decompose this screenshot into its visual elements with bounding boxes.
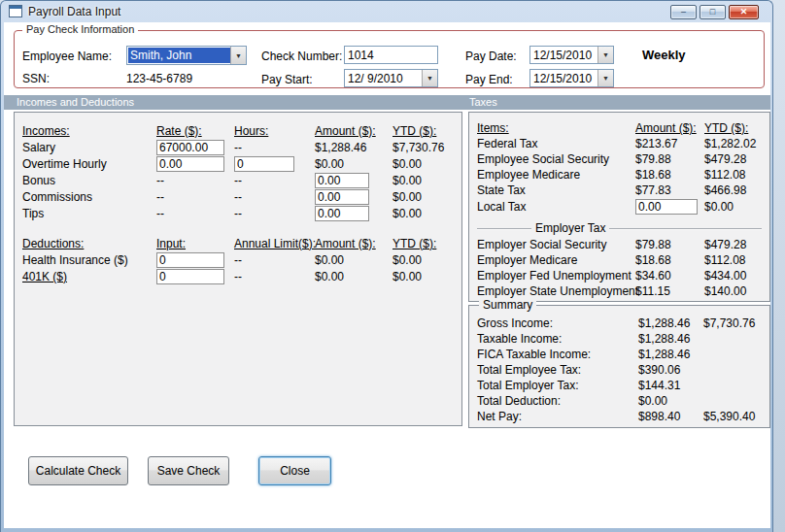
pay-date-datepicker[interactable]: 12/15/2010 ▼: [529, 46, 614, 64]
summary-row-fica: FICA Taxable Income: $1,288.46: [477, 347, 769, 362]
401k-label-link[interactable]: 401K ($): [22, 270, 156, 283]
employer-medicare-amount: $18.68: [635, 253, 704, 267]
commissions-amount-input[interactable]: [315, 189, 369, 205]
overtime-amount: $0.00: [315, 157, 392, 171]
tax-amount-col-header: Amount ($):: [635, 121, 704, 135]
net-pay-ytd: $5,390.40: [703, 410, 769, 423]
maximize-button[interactable]: □: [700, 5, 726, 19]
employee-name-value: Smith, John: [128, 48, 230, 63]
pay-end-dropdown-icon[interactable]: ▼: [597, 70, 613, 86]
pay-start-value: 12/ 9/2010: [345, 70, 422, 86]
401k-limit: --: [234, 270, 315, 283]
tax-ytd-col-header: YTD ($):: [704, 121, 769, 135]
pay-start-dropdown-icon[interactable]: ▼: [422, 70, 437, 86]
commissions-hours: --: [234, 190, 315, 204]
tax-row-employer-medicare: Employer Medicare $18.68 $112.08: [477, 252, 769, 268]
bonus-amount-input[interactable]: [315, 173, 369, 188]
employer-tax-divider: Employer Tax: [477, 220, 762, 235]
income-row-bonus: Bonus -- -- $0.00: [22, 172, 461, 188]
employer-state-unemployment-label: Employer State Unemployment: [477, 284, 635, 298]
employer-state-unemployment-ytd: $140.00: [704, 284, 769, 298]
pay-end-label: Pay End:: [465, 73, 513, 86]
state-tax-ytd: $466.98: [704, 183, 769, 197]
employee-name-combobox[interactable]: Smith, John ▼: [126, 46, 247, 65]
incomes-deductions-panel: Incomes: Rate ($): Hours: Amount ($): YT…: [14, 112, 462, 426]
deductions-col-header: Deductions:: [22, 237, 156, 250]
incomes-deductions-gap: [22, 221, 461, 235]
calculate-check-button[interactable]: Calculate Check: [28, 456, 128, 485]
health-insurance-amount: $0.00: [315, 253, 392, 267]
total-deduction-amount: $0.00: [638, 394, 703, 408]
summary-row-employee-tax: Total Employee Tax: $390.06: [477, 362, 769, 378]
pay-date-value: 12/15/2010: [530, 47, 597, 63]
total-deduction-label: Total Deduction:: [477, 394, 638, 408]
deduction-amount-col-header: Amount ($):: [315, 237, 392, 250]
tax-row-federal: Federal Tax $213.67 $1,282.02: [477, 136, 769, 151]
total-employer-tax-amount: $144.31: [638, 379, 703, 392]
summary-group-title: Summary: [479, 298, 536, 312]
deductions-header-row: Deductions: Input: Annual Limit($): Amou…: [22, 235, 461, 251]
tax-row-employer-state-unemployment: Employer State Unemployment $11.15 $140.…: [477, 283, 769, 299]
local-tax-input[interactable]: [635, 199, 698, 215]
health-insurance-limit: --: [234, 253, 315, 267]
titlebar[interactable]: Payroll Data Input – □ ✕: [1, 1, 772, 22]
employee-name-dropdown-icon[interactable]: ▼: [230, 47, 246, 64]
fica-taxable-label: FICA Taxable Income:: [477, 348, 638, 361]
total-employee-tax-label: Total Employee Tax:: [477, 363, 638, 377]
input-col-header: Input:: [156, 237, 234, 250]
annual-limit-col-header: Annual Limit($):: [234, 237, 315, 250]
pay-date-dropdown-icon[interactable]: ▼: [597, 47, 613, 63]
bonus-ytd: $0.00: [392, 174, 461, 187]
commissions-rate: --: [156, 190, 234, 204]
overtime-hours-input[interactable]: [234, 156, 294, 172]
close-dialog-button[interactable]: Close: [258, 456, 331, 485]
local-tax-label: Local Tax: [477, 200, 635, 214]
close-button[interactable]: ✕: [729, 5, 759, 19]
health-insurance-input[interactable]: [156, 252, 224, 268]
income-row-tips: Tips -- -- $0.00: [22, 205, 461, 221]
salary-label: Salary: [22, 141, 156, 154]
ssn-value: 123-45-6789: [126, 72, 192, 85]
summary-row-deduction: Total Deduction: $0.00: [477, 393, 769, 409]
amount-col-header: Amount ($):: [315, 124, 392, 138]
tax-row-employee-medicare: Employee Medicare $18.68 $112.08: [477, 167, 769, 183]
employee-medicare-amount: $18.68: [635, 168, 704, 182]
ssn-label: SSN:: [22, 72, 50, 85]
save-check-button[interactable]: Save Check: [148, 456, 229, 485]
salary-rate-input[interactable]: [156, 140, 224, 155]
pay-frequency-label: Weekly: [642, 48, 686, 62]
tips-label: Tips: [22, 207, 156, 220]
income-row-overtime: Overtime Hourly $0.00 $0.00: [22, 155, 461, 172]
commissions-label: Commissions: [22, 190, 156, 204]
incomes-header-row: Incomes: Rate ($): Hours: Amount ($): YT…: [22, 122, 461, 139]
close-icon: ✕: [740, 8, 748, 17]
income-row-commissions: Commissions -- -- $0.00: [22, 188, 461, 205]
tips-amount-input[interactable]: [315, 206, 369, 221]
income-row-salary: Salary -- $1,288.46 $7,730.76: [22, 139, 461, 155]
employee-medicare-label: Employee Medicare: [477, 168, 635, 182]
overtime-rate-input[interactable]: [156, 156, 224, 172]
payroll-window: Payroll Data Input – □ ✕ Pay Check Infor…: [0, 0, 773, 532]
summary-row-net-pay: Net Pay: $898.40 $5,390.40: [477, 409, 769, 424]
employer-ss-label: Employer Social Security: [477, 238, 635, 251]
gross-income-amount: $1,288.46: [638, 316, 703, 330]
pay-end-value: 12/15/2010: [530, 70, 597, 86]
gross-income-ytd: $7,730.76: [703, 316, 769, 330]
401k-input[interactable]: [156, 269, 224, 284]
pay-end-datepicker[interactable]: 12/15/2010 ▼: [529, 69, 614, 87]
tax-items-col-header: Items:: [477, 121, 635, 135]
summary-row-taxable: Taxable Income: $1,288.46: [477, 331, 769, 347]
taxes-section-title: Taxes: [469, 95, 497, 110]
net-pay-amount: $898.40: [638, 410, 703, 423]
bonus-hours: --: [234, 174, 315, 187]
employer-fed-unemployment-amount: $34.60: [635, 269, 704, 283]
check-number-input[interactable]: [344, 46, 438, 64]
pay-start-datepicker[interactable]: 12/ 9/2010 ▼: [344, 69, 438, 87]
summary-row-employer-tax: Total Employer Tax: $144.31: [477, 378, 769, 393]
app-icon: [9, 5, 22, 17]
tax-row-employer-fed-unemployment: Employer Fed Unemployment $34.60 $434.00: [477, 268, 769, 283]
ytd-col-header: YTD ($):: [392, 124, 461, 138]
minimize-button[interactable]: –: [670, 5, 697, 19]
salary-ytd: $7,730.76: [392, 141, 461, 154]
taxes-panel: Items: Amount ($): YTD ($): Federal Tax …: [468, 112, 770, 302]
